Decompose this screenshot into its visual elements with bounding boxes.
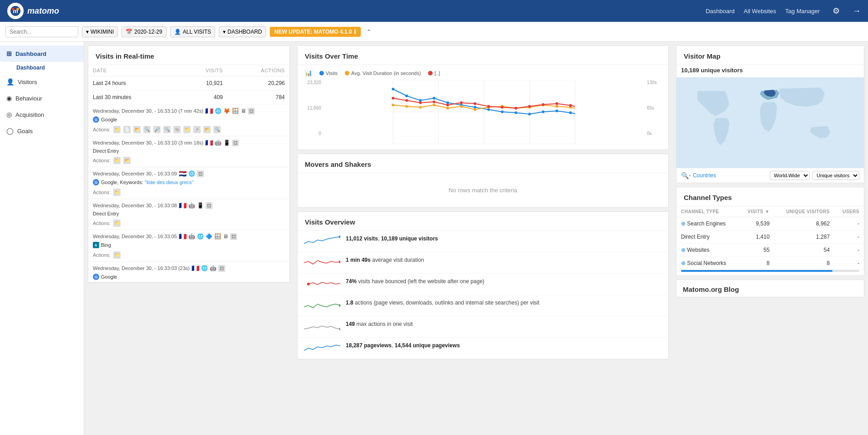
- svg-point-48: [501, 106, 504, 109]
- sidebar-item-visitors-label: Visitors: [18, 79, 37, 85]
- visits-over-time-widget: Visits Over Time 📊 Visits Avg. Visit Dur…: [297, 45, 669, 150]
- list-item: Wednesday, December 30, - 16:33:10 (7 mi…: [88, 105, 289, 136]
- visits-over-time-title: Visits Over Time: [298, 46, 668, 65]
- sidebar-sub-dashboard[interactable]: Dashboard: [0, 62, 84, 74]
- legend-extra-label: [..]: [434, 70, 440, 76]
- realtime-visits-widget: Visits in Real-time DATE VISITS ACTIONS …: [88, 45, 290, 283]
- svg-point-51: [542, 103, 545, 106]
- sidebar-item-behaviour[interactable]: ◉ Behaviour: [0, 90, 84, 106]
- svg-point-63: [339, 328, 340, 330]
- sidebar-item-goals[interactable]: ◯ Goals: [0, 123, 84, 139]
- action-folder4-icon[interactable]: 📂: [203, 126, 211, 133]
- sidebar-sub-dashboard-label: Dashboard: [16, 65, 45, 71]
- settings-icon[interactable]: ⚙: [833, 6, 840, 16]
- table-row: ⊕ Search Engines 9,539 8,962 -: [676, 217, 864, 230]
- map-visualization: [676, 77, 864, 168]
- nav-dashboard[interactable]: Dashboard: [706, 8, 735, 15]
- list-item: Wednesday, December 30, - 16:33:10 (3 mi…: [88, 136, 289, 167]
- list-item: Wednesday, December 30, - 16:33:09 🇳🇱 🌐 …: [88, 167, 289, 199]
- action-zoomin-icon[interactable]: 🔎: [153, 126, 161, 133]
- action-folder3-icon[interactable]: 📁: [183, 126, 191, 133]
- metric-selector[interactable]: Unique visitors: [812, 171, 859, 180]
- toolbar-collapse-icon[interactable]: ⌃: [366, 28, 372, 35]
- last-30m-visits: 409: [178, 90, 227, 105]
- update-notification-button[interactable]: NEW UPDATE: MATOMO 4.1.0 ℹ: [270, 27, 361, 37]
- dashboard-selector-button[interactable]: ▾ DASHBOARD: [219, 26, 266, 37]
- action-folder2-2-icon[interactable]: 📂: [123, 157, 131, 164]
- svg-point-21: [515, 111, 517, 114]
- svg-point-15: [433, 97, 435, 100]
- svg-point-45: [460, 101, 463, 104]
- chrome6-icon: 🌐: [201, 265, 208, 271]
- nav-tag-manager[interactable]: Tag Manager: [785, 8, 820, 15]
- segment-selector-button[interactable]: 👤 ALL VISITS: [170, 26, 215, 37]
- svg-point-59: [339, 235, 340, 238]
- col-channel-type: CHANNEL TYPE: [676, 206, 738, 217]
- svg-point-32: [474, 108, 476, 111]
- svg-point-40: [392, 97, 394, 100]
- chart-table-icon[interactable]: 📊: [305, 70, 312, 76]
- col-channel-users: USERS: [834, 206, 864, 217]
- action-folder-5-icon[interactable]: 📁: [113, 251, 121, 259]
- sparkline-5: [304, 320, 340, 334]
- dashboard-label: DASHBOARD: [227, 29, 262, 35]
- windows-icon: 🪟: [232, 108, 239, 114]
- screen-icon: ⊡: [248, 108, 255, 115]
- sidebar-item-dashboard[interactable]: ⊞ Dashboard: [0, 45, 84, 62]
- world-map-svg: [676, 77, 864, 168]
- chart-container: 📊 Visits Avg. Visit Duration (in seconds…: [298, 65, 668, 150]
- site-selector-button[interactable]: ▾ WIKIMINI: [82, 26, 118, 37]
- action-search2-icon[interactable]: 🔍: [213, 126, 221, 133]
- action-page-icon[interactable]: 📄: [123, 126, 131, 133]
- action-zoomout-icon[interactable]: 🔍: [163, 126, 171, 133]
- map-dropdown-controls: World-Wide Unique visitors: [770, 171, 859, 180]
- svg-point-28: [419, 106, 422, 109]
- action-folder-4-icon[interactable]: 📁: [113, 220, 121, 227]
- legend-duration-label: Avg. Visit Duration (in seconds): [351, 70, 421, 76]
- channel-search-engines: ⊕ Search Engines: [676, 217, 738, 230]
- svg-point-41: [405, 99, 408, 102]
- visit-source-5: b Bing: [88, 241, 289, 250]
- countries-link[interactable]: Countries: [693, 172, 716, 179]
- sparkline-1: [304, 235, 340, 248]
- svg-point-3: [16, 8, 19, 10]
- action-folder2-icon[interactable]: 📂: [133, 126, 141, 133]
- firefox-icon: 🦊: [223, 108, 230, 114]
- list-item: 11,012 visits, 10,189 unique visitors: [298, 231, 668, 252]
- svg-point-50: [528, 105, 531, 108]
- region-selector[interactable]: World-Wide: [770, 171, 810, 180]
- overview-stat-3: 74% visits have bounced (left the websit…: [346, 277, 484, 285]
- col-empty: [152, 65, 178, 76]
- search-engines-visits: 9,539: [738, 217, 774, 230]
- nav-all-websites[interactable]: All Websites: [744, 8, 776, 15]
- flag-icon: 🇫🇷: [205, 107, 213, 115]
- sidebar-item-acquisition[interactable]: ◎ Acquisition: [0, 106, 84, 123]
- map-zoom-controls: 🔍- Countries: [681, 172, 716, 179]
- legend-visits: Visits: [319, 70, 338, 76]
- realtime-visits-title: Visits in Real-time: [88, 46, 289, 65]
- action-folder-icon[interactable]: 📁: [113, 126, 121, 133]
- channel-websites: ⊕ Websites: [676, 244, 738, 257]
- action-percent-icon[interactable]: %: [173, 126, 181, 133]
- visitor-map-title: Visitor Map: [676, 46, 864, 65]
- flag-icon-4: 🇫🇷: [179, 202, 187, 209]
- expand-websites-icon[interactable]: ⊕: [681, 247, 686, 253]
- table-row: ⊕ Social Networks 8 8 -: [676, 257, 864, 270]
- dashboard-icon: ⊞: [6, 50, 12, 57]
- behaviour-icon: ◉: [6, 95, 12, 102]
- expand-icon[interactable]: ⊕: [681, 220, 686, 227]
- date-selector-button[interactable]: 📅 2020-12-29: [121, 26, 166, 37]
- social-users: -: [834, 257, 864, 270]
- action-search-icon[interactable]: 🔍: [143, 126, 151, 133]
- sidebar-item-visitors[interactable]: 👤 Visitors: [0, 74, 84, 90]
- action-folder-2-icon[interactable]: 📁: [113, 157, 121, 164]
- action-extlink-icon[interactable]: ↗: [193, 126, 201, 133]
- map-zoom-out-icon[interactable]: 🔍-: [681, 172, 691, 179]
- logout-icon[interactable]: →: [853, 6, 861, 16]
- action-folder-3-icon[interactable]: 📁: [113, 189, 121, 196]
- keyword-link[interactable]: "liste des dieux grecs": [145, 180, 193, 185]
- sidebar-item-goals-label: Goals: [17, 128, 33, 135]
- search-input[interactable]: [5, 26, 78, 37]
- expand-social-icon[interactable]: ⊕: [681, 260, 686, 266]
- list-item: 74% visits have bounced (left the websit…: [298, 274, 668, 295]
